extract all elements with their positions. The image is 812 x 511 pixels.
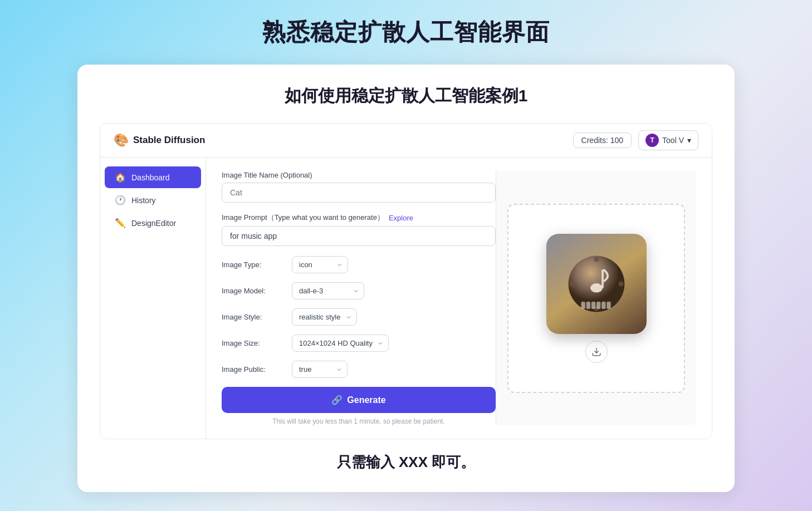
generate-label: Generate [347,395,385,405]
title-input[interactable] [222,183,496,203]
svg-point-6 [569,281,574,286]
public-select[interactable]: true false [292,361,348,378]
download-icon [591,347,601,357]
logo-text: Stable Diffusion [133,135,205,146]
edit-icon: ✏️ [115,218,126,228]
generate-button[interactable]: 🔗 Generate [222,387,496,413]
type-row: Image Type: icon photo illustration pain… [222,256,496,273]
model-row: Image Model: dall-e-3 dall-e-2 stable-di… [222,282,496,299]
size-row: Image Size: 1024×1024 HD Quality 512×512… [222,335,496,352]
model-select[interactable]: dall-e-3 dall-e-2 stable-diffusion [292,282,364,299]
sidebar-label-history: History [131,196,156,205]
generate-hint: This will take you less than 1 minute, s… [222,417,496,425]
prompt-input[interactable] [222,226,496,246]
svg-point-3 [594,257,599,262]
title-label: Image Title Name (Optional) [222,171,496,179]
image-preview-box [507,204,685,393]
sidebar-item-design-editor[interactable]: ✏️ DesignEditor [105,212,201,234]
credits-badge: Credits: 100 [573,132,632,148]
svg-rect-11 [601,302,605,309]
style-label: Image Style: [222,313,283,321]
page-title: 熟悉稳定扩散人工智能界面 [262,17,550,48]
main-card: 如何使用稳定扩散人工智能案例1 🎨 Stable Diffusion Credi… [77,65,735,492]
svg-rect-10 [596,302,600,309]
content-area: Image Title Name (Optional) Image Prompt… [206,158,712,439]
sidebar-label-design-editor: DesignEditor [131,219,176,228]
public-label: Image Public: [222,365,283,374]
user-label: Tool V [662,136,684,145]
logo-icon: 🎨 [114,133,129,148]
style-row: Image Style: realistic style cartoon ani… [222,308,496,326]
wand-icon: 🔗 [331,395,343,405]
type-label: Image Type: [222,261,283,269]
topbar: 🎨 Stable Diffusion Credits: 100 T Tool V… [100,124,712,158]
sidebar-item-dashboard[interactable]: 🏠 Dashboard [105,166,201,188]
svg-rect-9 [591,302,595,309]
public-row: Image Public: true false [222,361,496,378]
user-avatar: T [645,134,659,147]
card-subtitle: 如何使用稳定扩散人工智能案例1 [100,85,712,107]
form-section: Image Title Name (Optional) Image Prompt… [222,171,496,425]
explore-link[interactable]: Explore [389,214,413,222]
type-select[interactable]: icon photo illustration painting [292,256,348,273]
history-icon: 🕐 [115,195,126,205]
user-menu[interactable]: T Tool V ▾ [638,130,698,150]
sidebar: 🏠 Dashboard 🕐 History ✏️ DesignEditor [100,158,206,439]
svg-rect-8 [586,302,590,309]
home-icon: 🏠 [115,172,126,183]
app-shell: 🎨 Stable Diffusion Credits: 100 T Tool V… [100,123,712,439]
model-label: Image Model: [222,287,283,295]
svg-point-1 [590,283,603,292]
size-select[interactable]: 1024×1024 HD Quality 512×512 256×256 [292,335,389,352]
svg-rect-12 [606,302,610,309]
topbar-right: Credits: 100 T Tool V ▾ [573,130,698,150]
svg-rect-2 [601,269,604,288]
prompt-label-row: Image Prompt（Type what you want to gener… [222,213,496,223]
preview-image [546,234,647,334]
download-button[interactable] [585,341,608,363]
prompt-group: Image Prompt（Type what you want to gener… [222,213,496,246]
prompt-label: Image Prompt（Type what you want to gener… [222,213,384,223]
style-select[interactable]: realistic style cartoon anime abstract [292,308,357,326]
svg-rect-7 [581,302,585,309]
title-group: Image Title Name (Optional) [222,171,496,203]
sidebar-label-dashboard: Dashboard [131,173,170,182]
size-label: Image Size: [222,339,283,347]
music-app-svg [566,253,627,315]
logo-area: 🎨 Stable Diffusion [114,133,205,148]
chevron-down-icon: ▾ [687,136,691,145]
sidebar-item-history[interactable]: 🕐 History [105,189,201,211]
image-preview-area [496,171,696,425]
main-area: 🏠 Dashboard 🕐 History ✏️ DesignEditor [100,158,712,439]
form-and-preview: Image Title Name (Optional) Image Prompt… [222,171,696,425]
bottom-text: 只需输入 XXX 即可。 [100,453,712,472]
svg-point-4 [618,281,623,286]
